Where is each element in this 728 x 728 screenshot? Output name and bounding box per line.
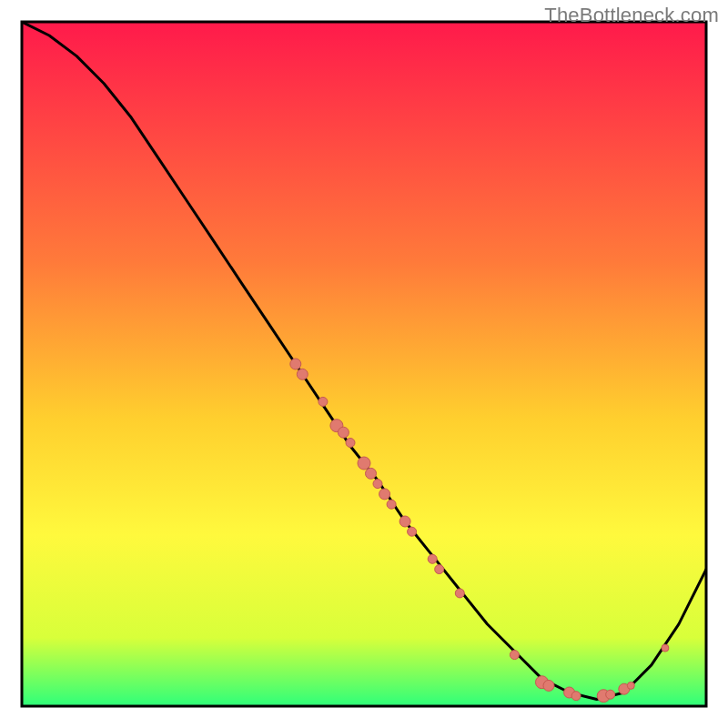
- curve-marker: [318, 397, 328, 406]
- curve-marker: [373, 480, 382, 489]
- curve-marker: [379, 489, 390, 500]
- curve-marker: [290, 359, 301, 369]
- curve-marker: [435, 565, 444, 574]
- curve-marker: [387, 500, 396, 509]
- curve-marker: [510, 651, 519, 660]
- curve-marker: [297, 369, 308, 379]
- curve-marker: [606, 690, 615, 699]
- curve-marker: [399, 516, 410, 527]
- bottleneck-chart: [0, 0, 728, 728]
- curve-marker: [662, 644, 669, 652]
- curve-marker: [366, 468, 377, 479]
- plot-background: [22, 22, 706, 706]
- curve-marker: [428, 554, 437, 563]
- curve-marker: [358, 457, 370, 470]
- curve-marker: [543, 680, 554, 691]
- curve-marker: [408, 527, 417, 536]
- curve-marker: [627, 682, 634, 689]
- brand-watermark: TheBottleneck.com: [544, 4, 719, 27]
- curve-marker: [338, 427, 349, 438]
- curve-marker: [455, 589, 464, 598]
- curve-marker: [571, 692, 581, 701]
- chart-stage: TheBottleneck.com: [0, 0, 728, 728]
- curve-marker: [346, 439, 355, 448]
